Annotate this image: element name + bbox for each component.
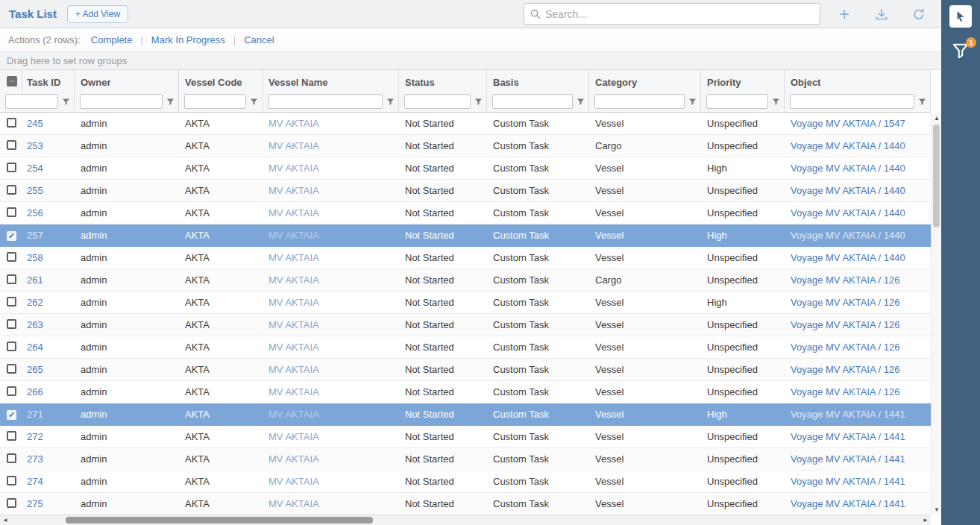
row-checkbox[interactable]: [7, 185, 16, 195]
scroll-right-button[interactable]: ►: [920, 515, 931, 525]
task-id-link[interactable]: 271: [27, 409, 43, 420]
table-row[interactable]: 254 admin AKTA MV AKTAIA Not Started Cus…: [0, 157, 931, 180]
filter-input-owner[interactable]: [80, 94, 163, 109]
object-link[interactable]: Voyage MV AKTAIA / 1440: [791, 185, 905, 196]
scroll-up-button[interactable]: ▲: [932, 113, 942, 123]
download-button[interactable]: [873, 5, 891, 23]
object-link[interactable]: Voyage MV AKTAIA / 1441: [791, 498, 905, 509]
filter-input-vessel-code[interactable]: [184, 94, 246, 109]
table-row[interactable]: 256 admin AKTA MV AKTAIA Not Started Cus…: [0, 202, 931, 224]
row-checkbox[interactable]: [7, 476, 16, 485]
task-id-link[interactable]: 257: [27, 230, 43, 241]
column-header-category[interactable]: Category: [589, 70, 701, 91]
column-header-status[interactable]: Status: [399, 70, 487, 91]
filter-button-priority[interactable]: [772, 98, 780, 106]
object-link[interactable]: Voyage MV AKTAIA / 126: [791, 386, 899, 397]
table-row[interactable]: 257 admin AKTA MV AKTAIA Not Started Cus…: [0, 224, 931, 247]
add-view-button[interactable]: + Add View: [67, 5, 128, 23]
object-link[interactable]: Voyage MV AKTAIA / 1441: [791, 409, 905, 420]
filter-input-task-id[interactable]: [5, 94, 58, 109]
vessel-name-link[interactable]: MV AKTAIA: [268, 319, 319, 330]
horizontal-scrollbar[interactable]: ◄ ►: [0, 515, 931, 525]
row-checkbox[interactable]: [7, 118, 16, 128]
table-row[interactable]: 275 admin AKTA MV AKTAIA Not Started Cus…: [0, 493, 931, 515]
filter-input-basis[interactable]: [492, 94, 573, 109]
object-link[interactable]: Voyage MV AKTAIA / 126: [791, 319, 899, 330]
vessel-name-link[interactable]: MV AKTAIA: [268, 476, 319, 487]
filter-input-category[interactable]: [594, 94, 685, 109]
filter-input-priority[interactable]: [706, 94, 768, 109]
filter-button-object[interactable]: [918, 98, 926, 106]
action-complete[interactable]: Complete: [91, 34, 133, 45]
filter-button-vessel-code[interactable]: [250, 98, 258, 106]
select-all-checkbox[interactable]: [7, 76, 17, 87]
action-cancel[interactable]: Cancel: [244, 34, 274, 45]
filter-input-object[interactable]: [790, 94, 914, 109]
vessel-name-link[interactable]: MV AKTAIA: [268, 386, 319, 397]
vessel-name-link[interactable]: MV AKTAIA: [268, 498, 319, 509]
action-mark-in-progress[interactable]: Mark In Progress: [151, 34, 225, 45]
task-id-link[interactable]: 245: [27, 118, 43, 129]
object-link[interactable]: Voyage MV AKTAIA / 1440: [791, 140, 905, 151]
vessel-name-link[interactable]: MV AKTAIA: [268, 297, 319, 308]
task-id-link[interactable]: 263: [27, 319, 43, 330]
row-checkbox[interactable]: [7, 140, 16, 150]
column-header-vessel-code[interactable]: Vessel Code: [179, 70, 263, 91]
filter-input-status[interactable]: [404, 94, 471, 109]
table-row[interactable]: 263 admin AKTA MV AKTAIA Not Started Cus…: [0, 314, 931, 336]
table-row[interactable]: 274 admin AKTA MV AKTAIA Not Started Cus…: [0, 471, 931, 493]
table-row[interactable]: 245 admin AKTA MV AKTAIA Not Started Cus…: [0, 113, 931, 135]
task-id-link[interactable]: 273: [27, 453, 43, 465]
vessel-name-link[interactable]: MV AKTAIA: [268, 118, 319, 129]
vessel-name-link[interactable]: MV AKTAIA: [268, 207, 319, 219]
row-checkbox[interactable]: [7, 342, 16, 351]
row-checkbox[interactable]: [7, 410, 16, 420]
column-header-basis[interactable]: Basis: [487, 70, 589, 91]
vessel-name-link[interactable]: MV AKTAIA: [268, 140, 319, 151]
task-id-link[interactable]: 255: [27, 185, 43, 196]
scroll-down-button[interactable]: ▼: [932, 504, 942, 515]
search-input[interactable]: [545, 8, 814, 20]
row-checkbox[interactable]: [7, 207, 16, 217]
row-checkbox[interactable]: [7, 163, 16, 172]
filter-button-owner[interactable]: [166, 98, 175, 106]
filter-input-vessel-name[interactable]: [268, 94, 383, 109]
table-row[interactable]: 262 admin AKTA MV AKTAIA Not Started Cus…: [0, 292, 931, 314]
row-checkbox[interactable]: [7, 453, 16, 463]
search-box[interactable]: [524, 3, 820, 25]
object-link[interactable]: Voyage MV AKTAIA / 126: [791, 274, 899, 286]
task-id-link[interactable]: 264: [27, 342, 43, 353]
scroll-left-button[interactable]: ◄: [0, 515, 10, 525]
vessel-name-link[interactable]: MV AKTAIA: [268, 364, 319, 375]
vessel-name-link[interactable]: MV AKTAIA: [268, 230, 319, 241]
object-link[interactable]: Voyage MV AKTAIA / 1440: [791, 252, 905, 263]
add-button[interactable]: +: [835, 5, 853, 23]
filter-button-vessel-name[interactable]: [386, 98, 395, 106]
row-checkbox[interactable]: [7, 252, 16, 262]
row-checkbox[interactable]: [7, 231, 16, 241]
vessel-name-link[interactable]: MV AKTAIA: [268, 342, 319, 353]
object-link[interactable]: Voyage MV AKTAIA / 1440: [791, 163, 905, 174]
vessel-name-link[interactable]: MV AKTAIA: [268, 163, 319, 174]
filter-button-status[interactable]: [474, 98, 483, 106]
vessel-name-link[interactable]: MV AKTAIA: [268, 274, 319, 286]
object-link[interactable]: Voyage MV AKTAIA / 1441: [791, 476, 905, 487]
object-link[interactable]: Voyage MV AKTAIA / 1440: [791, 230, 905, 241]
filter-panel-button[interactable]: 1: [949, 40, 972, 62]
table-row[interactable]: 273 admin AKTA MV AKTAIA Not Started Cus…: [0, 448, 931, 471]
column-header-task-id[interactable]: Task ID: [22, 70, 75, 91]
task-id-link[interactable]: 274: [27, 476, 43, 487]
task-id-link[interactable]: 262: [27, 297, 43, 308]
row-groups-dropzone[interactable]: Drag here to set row groups: [0, 52, 941, 70]
object-link[interactable]: Voyage MV AKTAIA / 1440: [791, 207, 905, 219]
task-id-link[interactable]: 265: [27, 364, 43, 375]
column-header-priority[interactable]: Priority: [701, 70, 785, 91]
vessel-name-link[interactable]: MV AKTAIA: [268, 185, 319, 196]
row-checkbox[interactable]: [7, 297, 16, 306]
table-row[interactable]: 258 admin AKTA MV AKTAIA Not Started Cus…: [0, 247, 931, 269]
vertical-scrollbar-thumb[interactable]: [933, 125, 940, 227]
row-checkbox[interactable]: [7, 319, 16, 329]
table-row[interactable]: 272 admin AKTA MV AKTAIA Not Started Cus…: [0, 426, 931, 448]
task-id-link[interactable]: 275: [27, 498, 43, 509]
table-row[interactable]: 271 admin AKTA MV AKTAIA Not Started Cus…: [0, 403, 931, 426]
